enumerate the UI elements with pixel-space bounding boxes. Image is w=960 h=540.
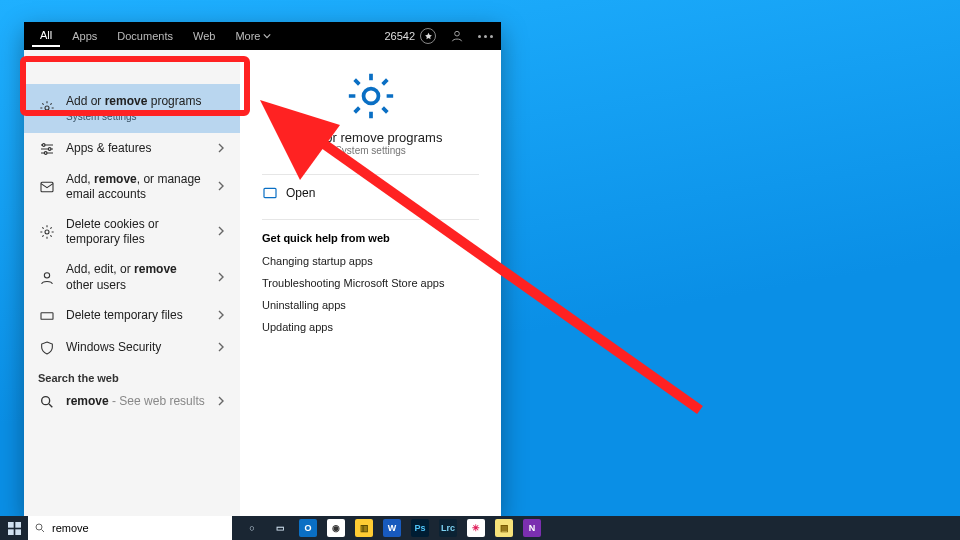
svg-rect-11 <box>264 188 276 197</box>
taskbar-search[interactable] <box>28 516 232 540</box>
photoshop-app[interactable]: Ps <box>406 516 434 540</box>
svg-point-3 <box>48 147 51 150</box>
gear-icon <box>343 68 399 124</box>
svg-point-7 <box>44 272 49 277</box>
svg-point-9 <box>42 397 50 405</box>
chevron-right-icon <box>216 142 226 156</box>
outlook-app[interactable]: O <box>294 516 322 540</box>
best-match-text: Add or remove programs System settings <box>66 94 226 123</box>
detail-divider-2 <box>262 219 479 220</box>
chevron-right-icon <box>216 180 226 194</box>
detail-title: Add or remove programs <box>262 130 479 145</box>
tab-web[interactable]: Web <box>185 26 223 46</box>
search-result[interactable]: Delete cookies or temporary files <box>24 210 240 255</box>
search-topbar: All Apps Documents Web More 26542 <box>24 22 501 50</box>
web-result-text: remove - See web results <box>66 394 206 410</box>
open-label: Open <box>286 186 315 200</box>
tab-all[interactable]: All <box>32 25 60 47</box>
cortana-icon[interactable]: ○ <box>238 516 266 540</box>
detail-open-button[interactable]: Open <box>262 185 479 201</box>
gear-icon <box>38 223 56 241</box>
chevron-right-icon <box>216 271 226 285</box>
result-text: Add, edit, or remove other users <box>66 262 206 293</box>
chevron-right-icon <box>216 341 226 355</box>
tab-documents[interactable]: Documents <box>109 26 181 46</box>
svg-rect-14 <box>8 522 14 528</box>
tab-apps[interactable]: Apps <box>64 26 105 46</box>
svg-point-0 <box>455 31 460 36</box>
quick-help-link[interactable]: Updating apps <box>262 316 479 338</box>
taskview-icon[interactable]: ▭ <box>266 516 294 540</box>
onenote-app[interactable]: N <box>518 516 546 540</box>
explorer-app[interactable]: ▥ <box>350 516 378 540</box>
search-result[interactable]: Add, edit, or remove other users <box>24 255 240 300</box>
detail-subtitle: System settings <box>262 145 479 156</box>
quick-help-link[interactable]: Troubleshooting Microsoft Store apps <box>262 272 479 294</box>
slack-app[interactable]: ✳ <box>462 516 490 540</box>
card-icon <box>38 307 56 325</box>
topbar-right: 26542 <box>384 27 493 45</box>
gear-icon <box>38 99 56 117</box>
sliders-icon <box>38 140 56 158</box>
svg-rect-17 <box>15 529 21 535</box>
result-text: Delete cookies or temporary files <box>66 217 206 248</box>
search-body: Add or remove programs System settings A… <box>24 50 501 516</box>
svg-rect-15 <box>15 522 21 528</box>
chevron-right-icon <box>216 309 226 323</box>
chrome-app[interactable]: ◉ <box>322 516 350 540</box>
lightroom-app[interactable]: Lrc <box>434 516 462 540</box>
result-text: Windows Security <box>66 340 206 356</box>
taskbar: ○▭O◉▥WPsLrc✳▤N <box>0 516 960 540</box>
search-result[interactable]: Apps & features <box>24 133 240 165</box>
svg-point-6 <box>45 230 49 234</box>
quick-help-link[interactable]: Uninstalling apps <box>262 294 479 316</box>
notes-app[interactable]: ▤ <box>490 516 518 540</box>
more-menu-icon[interactable] <box>478 35 493 38</box>
web-result[interactable]: remove - See web results <box>24 386 240 418</box>
user-avatar[interactable] <box>448 27 466 45</box>
chevron-down-icon <box>263 32 271 40</box>
topbar-tabs: All Apps Documents Web More <box>32 25 279 47</box>
svg-rect-5 <box>41 183 53 192</box>
result-text: Add, remove, or manage email accounts <box>66 172 206 203</box>
start-button[interactable] <box>0 516 28 540</box>
mail-icon <box>38 178 56 196</box>
rewards-points-value: 26542 <box>384 30 415 42</box>
svg-point-1 <box>45 106 49 110</box>
svg-point-10 <box>363 89 378 104</box>
svg-point-4 <box>44 151 47 154</box>
detail-column: Add or remove programs System settings O… <box>240 50 501 516</box>
results-column: Add or remove programs System settings A… <box>24 50 240 516</box>
user-icon <box>38 269 56 287</box>
rewards-badge-icon <box>420 28 436 44</box>
quick-help-link[interactable]: Changing startup apps <box>262 250 479 272</box>
chevron-right-icon <box>216 225 226 239</box>
search-icon <box>38 393 56 411</box>
tab-more[interactable]: More <box>227 26 279 46</box>
result-text: Delete temporary files <box>66 308 206 324</box>
search-result[interactable]: Delete temporary files <box>24 300 240 332</box>
desktop: All Apps Documents Web More 26542 <box>0 0 960 540</box>
rewards-points[interactable]: 26542 <box>384 28 436 44</box>
chevron-right-icon <box>216 395 226 409</box>
web-header: Search the web <box>24 364 240 386</box>
best-match-result[interactable]: Add or remove programs System settings <box>24 84 240 133</box>
quick-help-header: Get quick help from web <box>262 232 479 244</box>
open-icon <box>262 185 278 201</box>
search-result[interactable]: Windows Security <box>24 332 240 364</box>
svg-point-18 <box>36 524 42 530</box>
shield-icon <box>38 339 56 357</box>
result-text: Apps & features <box>66 141 206 157</box>
taskbar-search-input[interactable] <box>52 518 226 538</box>
svg-rect-16 <box>8 529 14 535</box>
tab-more-label: More <box>235 30 260 42</box>
word-app[interactable]: W <box>378 516 406 540</box>
svg-point-2 <box>42 143 45 146</box>
detail-divider <box>262 174 479 175</box>
detail-header: Add or remove programs System settings <box>262 68 479 156</box>
search-result[interactable]: Add, remove, or manage email accounts <box>24 165 240 210</box>
svg-rect-8 <box>41 313 53 320</box>
start-search-panel: All Apps Documents Web More 26542 <box>24 22 501 516</box>
search-icon <box>34 522 46 534</box>
